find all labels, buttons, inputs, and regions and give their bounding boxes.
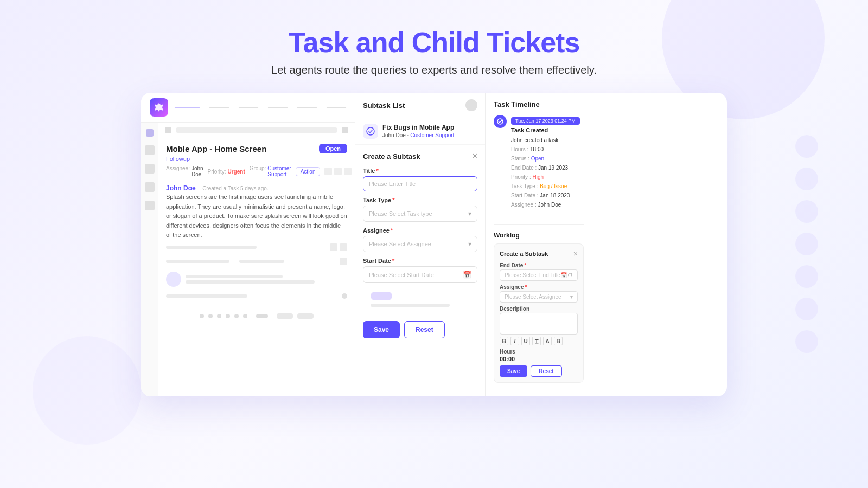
worklog-end-date-label: End Date * [500,262,578,268]
worklog-title: Worklog [494,232,584,239]
main-ticket-card[interactable]: Moble App - Home Screen Open Followup As… [158,136,355,310]
header-section: Task and Child Tickets Let agents route … [271,0,597,87]
form-save-button[interactable]: Save [363,321,400,338]
ticket-title: Moble App - Home Screen [166,144,266,153]
skeleton-row-2 [166,254,347,268]
task-type-field: Task Type * Please Select Task type ▾ [363,197,477,222]
create-subtask-form: Create a Subtask × Title * Please Enter … [355,145,485,396]
sidebar-icon-5[interactable] [145,201,155,210]
worklog-hours-field: Hours 00:00 [500,349,578,362]
nav-item-1[interactable] [175,107,200,108]
side-circle-5 [795,265,818,288]
subtask-title: Fix Bugs in Mobile App [382,124,477,131]
group-meta: Group: Customer Support [250,165,291,177]
nav-item-5[interactable] [297,107,317,108]
start-date-label: Start Date * [363,258,477,264]
ticket-icon-2[interactable] [334,168,342,175]
worklog-close-button[interactable]: × [573,249,578,258]
subtask-info: Fix Bugs in Mobile App John Doe · Custom… [382,124,477,138]
side-circle-4 [795,233,818,255]
side-circle-3 [795,200,818,223]
ticket-search-bar[interactable] [176,127,337,133]
priority-meta: Priority: Urgent [208,169,245,175]
worklog-assignee-field: Assignee * Please Select Assignee ▾ [500,284,578,303]
subtask-avatar-area [465,99,477,111]
worklog-end-date-field: End Date * Please Select End Title 📅 ⏱ [500,262,578,281]
worklog-hours-value: 00:00 [500,356,578,362]
sidebar-icon-4[interactable] [145,182,155,192]
form-buttons: Save Reset [363,321,477,338]
start-date-calendar-icon: 📅 [463,271,471,279]
subtask-sub: John Doe · Customer Support [382,132,477,138]
worklog-reset-button[interactable]: Reset [531,365,561,377]
ticket-header-icon [165,127,171,133]
title-input[interactable]: Please Enter Title [363,176,477,191]
ticket-tag: Followup [166,156,347,162]
right-panel: Task Timeline Tue, Jan 17 2023 01:24 PM … [486,93,591,396]
nav-item-6[interactable] [327,107,346,108]
worklog-end-date-input[interactable]: Please Select End Title 📅 ⏱ [500,269,578,281]
subtask-item[interactable]: Fix Bugs in Mobile App John Doe · Custom… [355,118,485,145]
nav-items [175,107,375,108]
assignee-value: John Doe [192,165,203,177]
mid-skeleton [363,288,477,313]
timeline-content: Tue, Jan 17 2023 01:24 PM Task Created J… [511,115,584,209]
action-button[interactable]: Action [296,167,321,176]
form-reset-button[interactable]: Reset [404,321,445,338]
worklog-italic-btn[interactable]: I [510,337,519,345]
task-type-select[interactable]: Please Select Task type ▾ [363,206,477,222]
subtask-list-title: Subtask List [363,101,405,110]
ticket-meta: Assignee: John Doe Priority: Urgent Grou… [166,165,347,177]
ticket-header-action[interactable] [342,127,348,133]
start-date-field: Start Date * Please Select Start Date 📅 [363,258,477,283]
timeline-date-badge: Tue, Jan 17 2023 01:24 PM [511,117,580,125]
timeline-title: Task Timeline [494,100,584,108]
bottom-nav [158,310,355,322]
ticket-icon-1[interactable] [324,168,332,175]
nav-item-2[interactable] [209,107,229,108]
worklog-underline-btn[interactable]: U [521,337,530,345]
nav-item-3[interactable] [239,107,258,108]
form-header: Create a Subtask × [363,151,477,161]
comment-time: Created a Task 5 days ago. [202,185,269,191]
form-title: Create a Subtask [363,152,420,160]
side-circle-6 [795,298,818,320]
start-date-input[interactable]: Please Select Start Date 📅 [363,266,477,283]
worklog-color-btn[interactable]: A [543,337,552,345]
assignee-select[interactable]: Please Select Assignee ▾ [363,236,477,252]
page-title: Task and Child Tickets [271,26,597,59]
worklog-text-btn[interactable]: T̲ [532,337,541,345]
task-type-dropdown-icon: ▾ [468,210,471,217]
title-field: Title * Please Enter Title [363,168,477,191]
worklog-assignee-select[interactable]: Please Select Assignee ▾ [500,291,578,303]
page-wrapper: Task and Child Tickets Let agents route … [0,0,868,488]
ticket-icon-3[interactable] [344,168,352,175]
form-close-button[interactable]: × [473,151,477,161]
timeline-event: Task Created [511,127,584,133]
worklog-save-button[interactable]: Save [500,365,527,377]
worklog-bg-btn[interactable]: B [554,337,563,345]
left-body: Moble App - Home Screen Open Followup As… [141,123,355,396]
sidebar-icon-3[interactable] [145,164,155,174]
skeleton-row-4 [166,290,347,302]
comment-header: John Doe Created a Task 5 days ago. [166,183,347,192]
worklog-assignee-label: Assignee * [500,284,578,290]
side-circle-1 [795,135,818,158]
worklog-calendar-icon: 📅 [560,272,567,278]
worklog-description-label: Description [500,306,578,312]
sidebar-icon-1[interactable] [146,129,154,137]
group-value: Customer Support [267,165,291,177]
worklog-hours-label: Hours [500,349,578,355]
ticket-list[interactable]: Moble App - Home Screen Open Followup As… [158,123,355,396]
timeline-detail: John created a task Hours : 18:00 Status… [511,136,584,209]
worklog-description-input[interactable] [500,313,578,335]
sidebar-icons [141,123,158,396]
nav-logo[interactable] [150,98,168,117]
worklog-card: Create a Subtask × End Date * Please Sel… [494,243,584,383]
nav-item-4[interactable] [268,107,288,108]
sidebar-icon-2[interactable] [145,145,155,155]
ticket-title-row: Moble App - Home Screen Open [166,144,347,153]
worklog-bold-btn[interactable]: B [500,337,508,345]
ticket-header-row [158,123,355,136]
navbar: ▾ [141,93,355,123]
